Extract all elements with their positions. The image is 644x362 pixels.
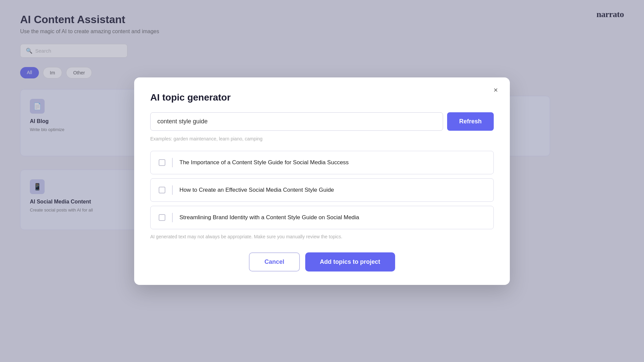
topic-checkbox-3[interactable] [159, 214, 165, 221]
topic-item-1[interactable]: The Importance of a Content Style Guide … [150, 151, 494, 174]
topic-search-input[interactable] [150, 112, 443, 131]
topic-checkbox-2[interactable] [159, 187, 165, 193]
modal-close-button[interactable]: × [490, 84, 502, 96]
modal-actions: Cancel Add topics to project [150, 252, 494, 272]
topic-item-3[interactable]: Streamlining Brand Identity with a Conte… [150, 206, 494, 229]
topic-divider-3 [172, 213, 173, 222]
topic-item-2[interactable]: How to Create an Effective Social Media … [150, 178, 494, 202]
ai-disclaimer: AI generated text may not always be appr… [150, 233, 494, 240]
cancel-button[interactable]: Cancel [249, 252, 300, 272]
modal-overlay: × AI topic generator Refresh Examples: g… [0, 0, 644, 362]
topic-divider-1 [172, 158, 173, 167]
modal-title: AI topic generator [150, 92, 494, 103]
topic-text-3: Streamlining Brand Identity with a Conte… [179, 214, 359, 222]
topic-text-2: How to Create an Effective Social Media … [179, 186, 334, 194]
examples-hint: Examples: garden maintenance, learn pian… [150, 136, 494, 141]
add-topics-button[interactable]: Add topics to project [305, 252, 395, 272]
topic-text-1: The Importance of a Content Style Guide … [179, 159, 349, 167]
modal-search-row: Refresh [150, 112, 494, 131]
modal-dialog: × AI topic generator Refresh Examples: g… [134, 77, 510, 285]
topic-divider-2 [172, 185, 173, 195]
topic-checkbox-1[interactable] [159, 159, 165, 166]
refresh-button[interactable]: Refresh [447, 112, 494, 131]
